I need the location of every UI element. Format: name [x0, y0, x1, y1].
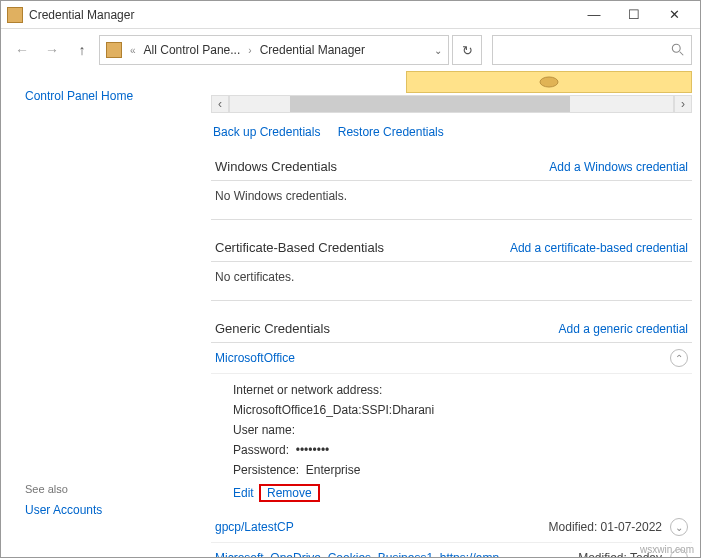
svg-point-2 — [540, 77, 558, 87]
scroll-right-icon[interactable]: › — [674, 95, 692, 113]
window-title: Credential Manager — [29, 8, 134, 22]
breadcrumb-current[interactable]: Credential Manager — [260, 43, 365, 57]
watermark: wsxwin.com — [640, 544, 694, 555]
credential-name[interactable]: gpcp/LatestCP — [215, 520, 294, 534]
svg-line-1 — [680, 52, 684, 56]
expand-icon[interactable]: ⌄ — [670, 518, 688, 536]
credential-name[interactable]: Microsoft_OneDrive_Cookies_Business1_htt… — [215, 551, 515, 557]
search-icon — [671, 43, 685, 57]
forward-button[interactable]: → — [39, 37, 65, 63]
up-button[interactable]: ↑ — [69, 37, 95, 63]
vault-banner — [406, 71, 692, 93]
persistence-label: Persistence: — [233, 463, 299, 477]
add-cert-credential-link[interactable]: Add a certificate-based credential — [510, 241, 688, 255]
add-generic-credential-link[interactable]: Add a generic credential — [559, 322, 688, 336]
scroll-left-icon[interactable]: ‹ — [211, 95, 229, 113]
windows-credentials-empty: No Windows credentials. — [211, 181, 692, 220]
refresh-button[interactable]: ↻ — [452, 35, 482, 65]
back-button[interactable]: ← — [9, 37, 35, 63]
address-dropdown-icon[interactable]: ⌄ — [434, 45, 442, 56]
maximize-button[interactable]: ☐ — [614, 1, 654, 29]
modified-label: Modified: — [578, 551, 627, 558]
persistence-value: Enterprise — [306, 463, 361, 477]
windows-credentials-label: Windows Credentials — [215, 159, 337, 174]
collapse-icon[interactable]: ⌃ — [670, 349, 688, 367]
breadcrumb-parent[interactable]: All Control Pane... — [144, 43, 241, 57]
horizontal-scrollbar[interactable]: ‹ › — [211, 95, 692, 113]
cert-credentials-empty: No certificates. — [211, 262, 692, 301]
folder-icon — [106, 42, 122, 58]
remove-link[interactable]: Remove — [267, 486, 312, 500]
user-accounts-link[interactable]: User Accounts — [25, 503, 187, 517]
app-icon — [7, 7, 23, 23]
address-bar[interactable]: « All Control Pane... › Credential Manag… — [99, 35, 449, 65]
see-also-label: See also — [25, 483, 187, 495]
minimize-button[interactable]: — — [574, 1, 614, 29]
generic-credentials-label: Generic Credentials — [215, 321, 330, 336]
address-label: Internet or network address: — [233, 383, 382, 397]
username-label: User name: — [233, 423, 295, 437]
modified-label: Modified: — [549, 520, 598, 534]
chevron-right-icon: › — [246, 45, 253, 56]
credential-name[interactable]: MicrosoftOffice — [215, 351, 295, 365]
backup-credentials-link[interactable]: Back up Credentials — [213, 125, 320, 139]
cert-credentials-label: Certificate-Based Credentials — [215, 240, 384, 255]
credential-details: Internet or network address: MicrosoftOf… — [211, 374, 692, 512]
modified-value: 01-07-2022 — [601, 520, 662, 534]
svg-point-0 — [672, 44, 680, 52]
control-panel-home-link[interactable]: Control Panel Home — [25, 89, 133, 103]
password-label: Password: — [233, 443, 289, 457]
close-button[interactable]: ✕ — [654, 1, 694, 29]
edit-link[interactable]: Edit — [233, 486, 254, 500]
restore-credentials-link[interactable]: Restore Credentials — [338, 125, 444, 139]
add-windows-credential-link[interactable]: Add a Windows credential — [549, 160, 688, 174]
scroll-thumb[interactable] — [290, 96, 570, 112]
vault-icon — [535, 75, 563, 89]
search-input[interactable] — [492, 35, 692, 65]
address-value: MicrosoftOffice16_Data:SSPI:Dharani — [233, 403, 434, 417]
password-value: •••••••• — [296, 443, 330, 457]
chevron-icon: « — [128, 45, 138, 56]
